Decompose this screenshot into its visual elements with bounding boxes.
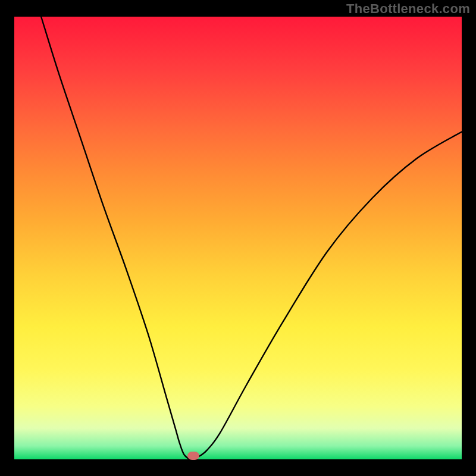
chart-frame: TheBottleneck.com bbox=[0, 0, 476, 476]
curve-layer bbox=[0, 0, 476, 476]
bottleneck-curve bbox=[41, 17, 462, 459]
watermark-text: TheBottleneck.com bbox=[346, 1, 470, 17]
optimum-marker bbox=[187, 452, 199, 460]
